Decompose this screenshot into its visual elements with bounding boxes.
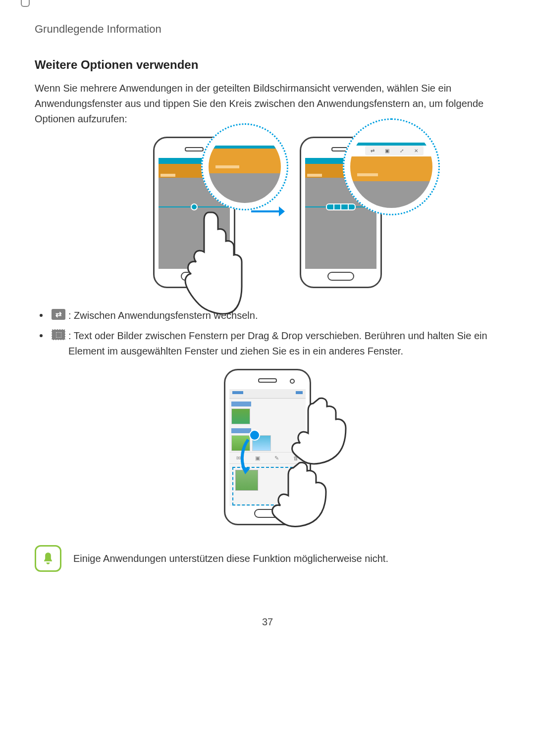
list-item-text: : Zwischen Anwendungsfenstern wechseln. [68, 308, 500, 323]
note-bell-icon [35, 545, 61, 572]
note-block: Einige Anwendungen unterstützen diese Fu… [35, 545, 500, 572]
callout-zoom-right: ⇄ ▣ ⤢ ✕ [343, 118, 440, 215]
page-container: Grundlegende Information Weitere Optione… [0, 0, 535, 648]
phone-screen-drag: ✉ ▣ ✎ 🗑 [229, 389, 306, 506]
bullet-icon [40, 334, 43, 337]
phone-speaker [258, 378, 277, 383]
figure-drag-drop: ✉ ▣ ✎ 🗑 [35, 369, 500, 525]
options-list: : Zwischen Anwendungsfenstern wechseln. … [35, 308, 500, 359]
split-options-row: ⇄ ▣ ⤢ ✕ [365, 146, 424, 155]
drag-arrow-icon [239, 438, 254, 477]
close-window-icon: ✕ [414, 148, 418, 153]
figure-drag-wrap: ✉ ▣ ✎ 🗑 [224, 369, 311, 525]
gallery-section-label [231, 428, 251, 433]
phone-left [153, 137, 235, 288]
bullet-icon [40, 314, 43, 317]
expand-window-icon: ⤢ [400, 148, 404, 153]
thumbnail [231, 408, 250, 424]
trash-icon: 🗑 [293, 455, 299, 461]
list-item: : Zwischen Anwendungsfenstern wechseln. [35, 308, 500, 323]
swap-windows-icon [52, 309, 65, 320]
phone-camera [290, 379, 295, 384]
home-button [327, 272, 354, 281]
app-header-text-stub [160, 174, 175, 177]
section-heading: Weitere Optionen verwenden [35, 58, 500, 72]
list-item-text: : Text oder Bilder zwischen Fenstern per… [68, 328, 500, 359]
app-header-text-stub [307, 174, 322, 177]
figure-left-wrap [143, 137, 245, 288]
drag-content-icon [52, 329, 65, 340]
phone-drag: ✉ ▣ ✎ 🗑 [224, 369, 311, 525]
figure-right-wrap: ⇄ ▣ ⤢ ✕ [290, 137, 392, 288]
image-icon: ▣ [255, 455, 260, 461]
list-item: : Text oder Bilder zwischen Fenstern per… [35, 328, 500, 359]
thumbnail-row [229, 407, 306, 425]
hand-tap-icon [174, 207, 244, 316]
gallery-header [229, 389, 306, 399]
callout-zoom-left [201, 123, 288, 210]
swap-windows-icon: ⇄ [371, 148, 374, 153]
phone-speaker [185, 147, 204, 151]
note-text: Einige Anwendungen unterstützen diese Fu… [73, 553, 388, 564]
edit-icon: ✎ [274, 455, 279, 461]
intro-paragraph: Wenn Sie mehrere Anwendungen in der gete… [35, 81, 500, 127]
split-handle-pill [326, 203, 356, 210]
home-button [254, 509, 281, 518]
breadcrumb: Grundlegende Information [35, 23, 500, 36]
phone-right: ⇄ ▣ ⤢ ✕ [300, 137, 382, 288]
page-number: 37 [35, 616, 500, 628]
figure-split-screen: ⇄ ▣ ⤢ ✕ [35, 137, 500, 288]
drag-content-icon: ▣ [385, 148, 389, 153]
gallery-section-label [231, 402, 251, 406]
